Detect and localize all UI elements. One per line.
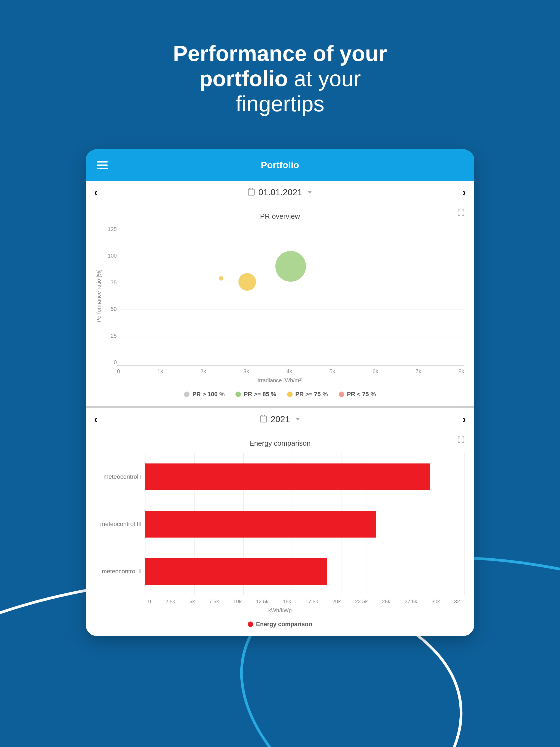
x-axis-label: Irradiance [Wh/m²] — [96, 377, 464, 384]
y-ticks: 125 100 75 50 25 0 — [104, 226, 117, 366]
hero-line2-light: at your — [288, 67, 361, 91]
scatter-title: PR overview — [96, 212, 464, 221]
year-picker[interactable]: 2021 — [260, 414, 300, 424]
legend-dot-icon — [287, 391, 292, 397]
legend-item[interactable]: PR < 75 % — [339, 391, 376, 398]
bar-legend: Energy comparison — [96, 621, 464, 628]
bar[interactable] — [145, 463, 430, 490]
legend-item[interactable]: PR >= 75 % — [287, 391, 328, 398]
bar-chart-area: Energy comparison meteocontrol I meteoco… — [86, 431, 474, 636]
expand-icon[interactable] — [457, 436, 465, 443]
date-picker[interactable]: 01.01.2021 — [248, 187, 312, 198]
bar-plot — [145, 453, 464, 595]
selected-year: 2021 — [271, 414, 290, 424]
scatter-chart-area: PR overview Performance ratio [%] 125 10… — [86, 204, 474, 406]
bar-categories: meteocontrol I meteocontrol III meteocon… — [96, 453, 145, 595]
chevron-down-icon — [296, 418, 300, 420]
y-axis-label: Performance ratio [%] — [96, 226, 102, 366]
bar-x-ticks: 0 2.5k 5k 7.5k 10k 12.5k 15k 17.5k 20k 2… — [148, 598, 464, 604]
calendar-icon — [260, 416, 266, 422]
bar-title: Energy comparison — [96, 439, 464, 447]
scatter-plot — [117, 226, 464, 366]
legend-dot-icon — [235, 391, 241, 397]
hero-line3: fingertips — [236, 92, 325, 116]
legend-dot-icon — [184, 391, 189, 397]
data-point[interactable] — [219, 276, 223, 281]
selected-date: 01.01.2021 — [258, 187, 302, 198]
hero-title: Performance of your portfolio at your fi… — [0, 41, 560, 117]
next-day-button[interactable]: › — [462, 186, 466, 199]
prev-day-button[interactable]: ‹ — [94, 186, 98, 199]
year-bar: ‹ 2021 › — [86, 408, 474, 431]
calendar-icon — [248, 189, 255, 196]
date-bar: ‹ 01.01.2021 › — [86, 181, 474, 204]
prev-year-button[interactable]: ‹ — [94, 413, 98, 426]
scatter-legend: PR > 100 % PR >= 85 % PR >= 75 % PR < 75… — [96, 391, 464, 398]
next-year-button[interactable]: › — [462, 413, 466, 426]
device-frame: Portfolio ‹ 01.01.2021 › PR overview Per… — [86, 149, 474, 636]
data-point[interactable] — [275, 251, 306, 282]
legend-dot-icon — [339, 391, 344, 397]
app-title: Portfolio — [261, 160, 299, 170]
data-point[interactable] — [238, 273, 256, 291]
pr-overview-panel: ‹ 01.01.2021 › PR overview Performance r… — [86, 181, 474, 408]
legend-item[interactable]: Energy comparison — [248, 621, 312, 628]
energy-comparison-panel: ‹ 2021 › Energy comparison meteocontrol … — [86, 408, 474, 636]
chevron-down-icon — [308, 191, 312, 194]
hero-line1: Performance of your — [173, 41, 387, 66]
bar[interactable] — [145, 511, 376, 537]
app-header: Portfolio — [86, 149, 474, 181]
x-ticks: 0 1k 2k 3k 4k 5k 6k 7k 8k — [117, 368, 464, 375]
legend-item[interactable]: PR >= 85 % — [235, 391, 276, 398]
hero-line2-bold: portfolio — [199, 67, 288, 91]
bar[interactable] — [145, 558, 327, 585]
legend-dot-icon — [248, 621, 253, 627]
menu-icon[interactable] — [97, 159, 108, 171]
legend-item[interactable]: PR > 100 % — [184, 391, 225, 398]
expand-icon[interactable] — [457, 209, 465, 216]
bar-x-label: kWh/kWp — [96, 607, 464, 614]
